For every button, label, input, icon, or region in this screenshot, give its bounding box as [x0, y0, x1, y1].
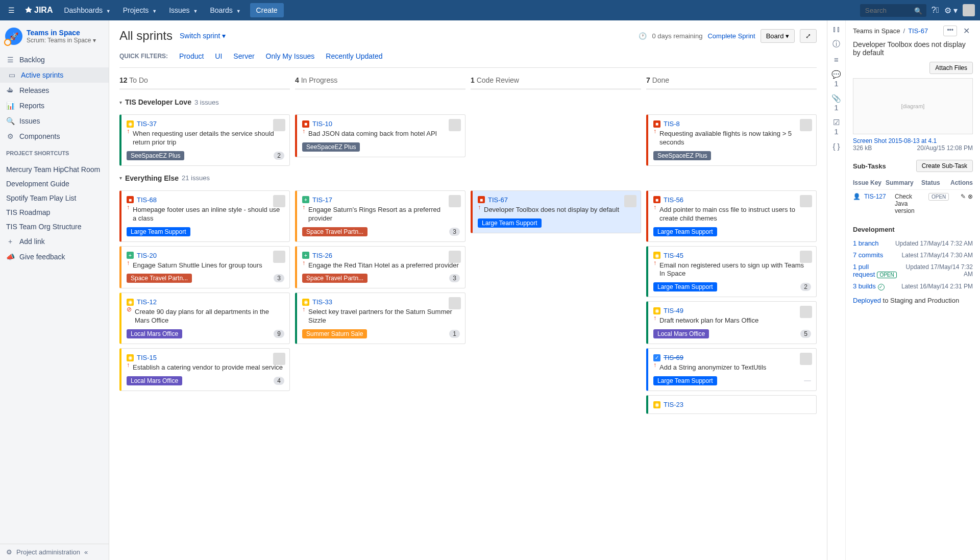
dev-row[interactable]: 1 branchUpdated 17/May/14 7:32 AM [853, 237, 973, 249]
nav-components[interactable]: ⚙Components [0, 129, 109, 144]
create-button[interactable]: Create [250, 3, 284, 17]
column-done: 7 Done [646, 76, 817, 94]
swimlane-header[interactable]: ▾Everything Else 21 issues [119, 174, 817, 182]
quick-filters: QUICK FILTERS: ProductUIServerOnly My Is… [119, 48, 817, 68]
issue-card[interactable]: + TIS-20Engage Saturn Shuttle Lines for … [119, 246, 290, 289]
sidebar: 🚀 Teams in Space Scrum: Teams in Space ▾… [0, 20, 109, 560]
board-title: All sprints [119, 29, 173, 43]
issue-card[interactable]: ■ TIS-67Developer Toolbox does not displ… [471, 190, 641, 233]
menu-boards[interactable]: Boards ▼ [205, 3, 246, 17]
create-subtask-button[interactable]: Create Sub-Task [916, 160, 973, 172]
collapse-icon[interactable]: « [84, 548, 103, 556]
filter-only-my-issues[interactable]: Only My Issues [266, 52, 315, 60]
dev-row[interactable]: 1 pull requestOPENUpdated 17/May/14 7:32… [853, 261, 973, 280]
detail-tab-subtasks[interactable]: ☑ [833, 118, 840, 127]
delete-icon[interactable]: ⊗ [968, 193, 973, 200]
board-dropdown[interactable]: Board ▾ [761, 29, 795, 43]
issue-card[interactable]: + TIS-17Engage Saturn's Rings Resort as … [295, 190, 465, 242]
menu-icon[interactable]: ☰ [5, 3, 18, 17]
assignee-avatar [800, 119, 812, 131]
close-detail[interactable]: ✕ [960, 26, 973, 36]
board-area: All sprints Switch sprint ▾ 🕐 0 days rem… [109, 20, 827, 560]
detail-tab-attach[interactable]: 📎 [831, 94, 841, 103]
filter-ui[interactable]: UI [215, 52, 222, 60]
issue-card[interactable]: ◉ TIS-33Select key travel partners for t… [295, 293, 465, 344]
dev-row[interactable]: 7 commitsLatest 17/May/14 7:30 AM [853, 249, 973, 261]
assignee-avatar [273, 251, 285, 263]
more-actions[interactable]: ••• [943, 26, 957, 36]
issue-card[interactable]: ◉ TIS-23 [646, 395, 817, 414]
shortcut-link[interactable]: Spotify Team Play List [0, 191, 109, 205]
user-avatar[interactable] [963, 4, 975, 16]
sidebar-nav: ☰Backlog▭Active sprints⛴Releases📊Reports… [0, 52, 109, 144]
project-icon: 🚀 [5, 28, 22, 45]
issue-card[interactable]: ■ TIS-10Bad JSON data coming back from h… [295, 114, 465, 157]
attachment-name[interactable]: Screen Shot 2015-08-13 at 4.1 [853, 137, 937, 144]
nav-releases[interactable]: ⛴Releases [0, 83, 109, 98]
issue-card[interactable]: ◉ TIS-15Establish a catering vendor to p… [119, 348, 290, 391]
search-icon[interactable]: 🔍 [914, 7, 922, 15]
swimlane-header[interactable]: ▾TIS Developer Love 3 issues [119, 98, 817, 106]
detail-tab-details[interactable]: ⫿⫿ [832, 25, 841, 33]
shortcut-link[interactable]: Development Guide [0, 177, 109, 191]
menu-issues[interactable]: Issues ▼ [164, 3, 203, 17]
dev-row[interactable]: 3 builds✓Latest 16/May/14 2:31 PM [853, 280, 973, 293]
complete-sprint[interactable]: Complete Sprint [707, 32, 755, 40]
issue-card[interactable]: + TIS-26Engage the Red Titan Hotel as a … [295, 246, 465, 289]
detail-tab-info[interactable]: ⓘ [832, 39, 840, 49]
shortcut-link[interactable]: TIS Roadmap [0, 205, 109, 220]
issue-card[interactable]: ■ TIS-56Add pointer to main css file to … [646, 190, 817, 242]
nav-backlog[interactable]: ☰Backlog [0, 52, 109, 67]
assignee-avatar [449, 297, 461, 309]
issue-detail-panel: ⫿⫿ ⓘ ≡ 💬1 📎1 ☑1 { } Teams in Space / TIS… [827, 20, 980, 560]
menu-dashboards[interactable]: Dashboards ▼ [59, 3, 115, 17]
help-icon[interactable]: ?⃝ [932, 6, 939, 15]
nav-reports[interactable]: 📊Reports [0, 98, 109, 113]
attach-files-button[interactable]: Attach Files [929, 62, 973, 74]
shortcuts-list: Mercury Team HipChat RoomDevelopment Gui… [0, 162, 109, 234]
issue-card[interactable]: ✓ TIS-69Add a String anonymizer to TextU… [646, 348, 817, 391]
attachment-date: 20/Aug/15 12:08 PM [917, 144, 973, 152]
detail-issue-key[interactable]: TIS-67 [908, 27, 928, 35]
expand-button[interactable]: ⤢ [800, 29, 817, 43]
shortcut-link[interactable]: Mercury Team HipChat Room [0, 162, 109, 177]
nav-active-sprints[interactable]: ▭Active sprints [0, 67, 109, 83]
assignee-avatar [449, 195, 461, 207]
edit-icon[interactable]: ✎ [961, 193, 966, 200]
issue-card[interactable]: ◉ TIS-12Create 90 day plans for all depa… [119, 293, 290, 344]
days-remaining: 0 days remaining [652, 32, 702, 40]
attachment-size: 326 kB [853, 144, 872, 152]
menu-projects[interactable]: Projects ▼ [118, 3, 162, 17]
assignee-avatar [624, 195, 636, 207]
issue-card[interactable]: ■ TIS-68Homepage footer uses an inline s… [119, 190, 290, 242]
assignee-avatar [800, 195, 812, 207]
column-code-review: 1 Code Review [471, 76, 641, 94]
assignee-avatar [449, 251, 461, 263]
nav-issues[interactable]: 🔍Issues [0, 113, 109, 129]
deployed-link[interactable]: Deployed [853, 297, 881, 304]
filter-server[interactable]: Server [233, 52, 254, 60]
switch-sprint[interactable]: Switch sprint ▾ [180, 32, 226, 40]
filter-product[interactable]: Product [179, 52, 204, 60]
detail-tab-comments[interactable]: 💬 [831, 70, 841, 79]
clock-icon: 🕐 [639, 32, 647, 40]
detail-project[interactable]: Teams in Space [853, 27, 900, 35]
column-to-do: 12 To Do [119, 76, 290, 94]
issue-card[interactable]: ◉ TIS-45Email non registered users to si… [646, 246, 817, 298]
jira-logo[interactable]: JIRA [24, 6, 53, 15]
add-link[interactable]: +Add link [0, 234, 109, 249]
assignee-avatar [800, 306, 812, 318]
project-header[interactable]: 🚀 Teams in Space Scrum: Teams in Space ▾ [0, 20, 109, 52]
subtask-row[interactable]: 👤 TIS-127 Check Java version OPEN ✎ ⊗ [853, 190, 973, 217]
attachment-thumbnail[interactable]: [diagram] [853, 78, 973, 134]
issue-card[interactable]: ◉ TIS-37When requesting user details the… [119, 114, 290, 166]
filter-recently-updated[interactable]: Recently Updated [326, 52, 382, 60]
detail-tab-desc[interactable]: ≡ [834, 55, 839, 64]
give-feedback[interactable]: 📣Give feedback [0, 249, 109, 264]
shortcut-link[interactable]: TIS Team Org Structure [0, 220, 109, 234]
settings-icon[interactable]: ⚙ ▾ [944, 6, 958, 15]
detail-tab-dev[interactable]: { } [832, 142, 840, 151]
issue-card[interactable]: ■ TIS-8Requesting avaliable flights is n… [646, 114, 817, 166]
sidebar-footer[interactable]: ⚙ Project administration « [0, 544, 109, 560]
issue-card[interactable]: ◉ TIS-49Draft network plan for Mars Offi… [646, 301, 817, 344]
